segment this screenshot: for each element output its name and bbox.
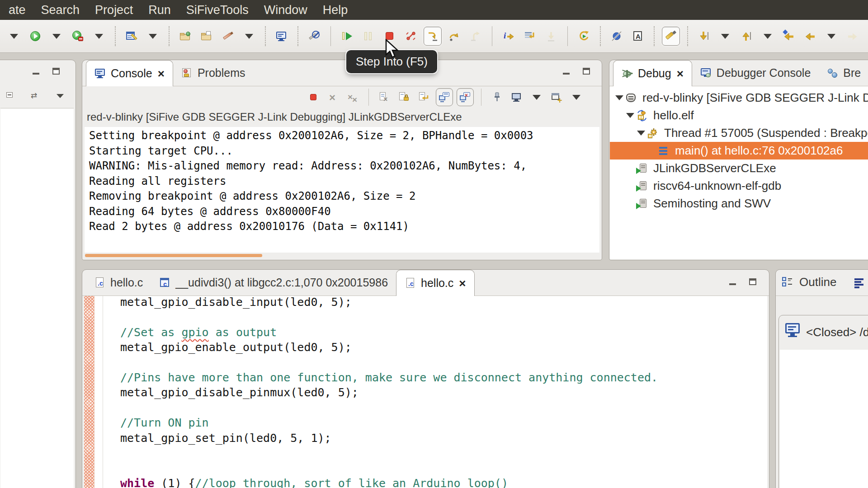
remove-launch-button[interactable]: × bbox=[325, 89, 341, 106]
code-editor[interactable]: metal_gpio_disable_input(led0, 5);//Set … bbox=[84, 296, 767, 488]
highlighter-icon bbox=[665, 30, 677, 42]
back-button[interactable] bbox=[802, 27, 819, 45]
tab-hello-c-2[interactable]: .chello.c× bbox=[396, 270, 474, 296]
close-icon[interactable]: × bbox=[677, 68, 684, 80]
suspend-button[interactable] bbox=[360, 27, 377, 45]
highlighter-button[interactable] bbox=[662, 27, 680, 46]
profile-button[interactable] bbox=[69, 27, 86, 45]
edit-button[interactable] bbox=[219, 27, 236, 45]
tab-problems[interactable]: Problems bbox=[173, 60, 254, 86]
minimize-icon[interactable] bbox=[30, 66, 42, 76]
step-into-button[interactable] bbox=[424, 27, 442, 46]
back-history-dropdown[interactable] bbox=[823, 27, 840, 45]
menu-help[interactable]: Help bbox=[315, 0, 356, 20]
word-wrap-button[interactable] bbox=[416, 89, 432, 106]
console-scrollbar[interactable] bbox=[85, 254, 262, 257]
show-on-stdout-button[interactable] bbox=[436, 88, 453, 106]
link-with-editor-button[interactable]: ⇄ bbox=[28, 87, 44, 104]
instruction-stepping-button[interactable]: i bbox=[500, 27, 517, 45]
display-console-dropdown[interactable] bbox=[528, 89, 545, 106]
show-on-stderr-button[interactable]: × bbox=[457, 88, 474, 106]
close-icon[interactable]: × bbox=[158, 68, 165, 80]
close-icon[interactable]: × bbox=[459, 277, 466, 289]
code-segment: gpio bbox=[181, 326, 208, 339]
drop-to-frame-button[interactable] bbox=[521, 27, 538, 45]
word-wrap-icon bbox=[418, 91, 430, 103]
last-edit-location-button[interactable] bbox=[780, 27, 797, 45]
menu-sifivetools[interactable]: SiFiveTools bbox=[179, 0, 256, 20]
new-wizard-button[interactable] bbox=[123, 27, 140, 45]
maximize-icon[interactable] bbox=[580, 66, 592, 76]
terminal-content[interactable] bbox=[780, 350, 868, 488]
menu-project[interactable]: Project bbox=[87, 0, 141, 20]
open-resource-button[interactable] bbox=[198, 27, 215, 45]
run-button[interactable] bbox=[27, 27, 44, 45]
menu-run[interactable]: Run bbox=[141, 0, 179, 20]
tab-hello-c-1[interactable]: .chello.c bbox=[86, 270, 151, 296]
restart-button[interactable] bbox=[576, 27, 593, 45]
load-dropdown[interactable] bbox=[717, 27, 734, 45]
clear-console-button[interactable]: × bbox=[376, 89, 392, 106]
expand-arrow-icon[interactable] bbox=[613, 95, 625, 100]
tab-debug[interactable]: Debug× bbox=[613, 60, 692, 86]
expand-arrow-icon[interactable] bbox=[635, 131, 647, 136]
tab-breakpoints[interactable]: Bre bbox=[819, 60, 868, 86]
open-element-button[interactable] bbox=[177, 27, 194, 45]
debug-tree-row[interactable]: Thread #1 57005 (Suspended : Breakpo bbox=[610, 124, 868, 142]
debug-tree-row[interactable]: hello.elf bbox=[610, 107, 868, 124]
maximize-icon[interactable] bbox=[747, 277, 759, 287]
profile-history-dropdown[interactable] bbox=[90, 27, 108, 45]
terminal-tab-label[interactable]: <Closed> /de bbox=[806, 325, 868, 339]
sort-icon[interactable] bbox=[854, 277, 865, 289]
step-over-button[interactable] bbox=[446, 27, 463, 45]
show-disassembly-button[interactable]: A bbox=[629, 27, 646, 45]
minimize-icon[interactable] bbox=[561, 66, 572, 76]
tab-console[interactable]: Console× bbox=[86, 60, 173, 86]
forward-button[interactable] bbox=[844, 27, 861, 45]
load-button[interactable] bbox=[695, 27, 712, 45]
resume-button[interactable] bbox=[339, 27, 356, 45]
maximize-icon[interactable] bbox=[50, 66, 62, 76]
menu-window[interactable]: Window bbox=[256, 0, 315, 20]
step-return-button[interactable] bbox=[467, 27, 484, 45]
run-history-dropdown[interactable] bbox=[48, 27, 65, 45]
new-wizard-dropdown[interactable] bbox=[144, 27, 161, 45]
process-icon bbox=[636, 198, 650, 210]
debug-tree-row[interactable]: Semihosting and SWV bbox=[610, 195, 868, 212]
open-console-dropdown[interactable] bbox=[568, 89, 585, 106]
expand-arrow-icon[interactable] bbox=[624, 113, 636, 118]
debug-tree-label: main() at hello.c:76 0x200102a6 bbox=[675, 144, 843, 158]
collapse-all-button[interactable] bbox=[3, 87, 19, 104]
restore-dropdown[interactable] bbox=[759, 27, 776, 45]
menu-navigate-partial[interactable]: ate bbox=[1, 0, 33, 20]
edit-dropdown[interactable] bbox=[241, 27, 258, 45]
explorer-content[interactable] bbox=[0, 108, 74, 488]
menu-search[interactable]: Search bbox=[33, 0, 88, 20]
console-output[interactable]: Setting breakpoint @ address 0x200102A6,… bbox=[85, 127, 599, 253]
terminate-console-button[interactable] bbox=[305, 89, 321, 106]
debug-tree-row[interactable]: riscv64-unknown-elf-gdb bbox=[610, 177, 868, 195]
outline-icon bbox=[781, 276, 793, 288]
thread-icon bbox=[647, 127, 660, 139]
disconnect-button[interactable] bbox=[402, 27, 420, 45]
debug-tree-row[interactable]: red-v-blinky [SiFive GDB SEGGER J-Link D… bbox=[610, 89, 868, 107]
restore-button[interactable] bbox=[738, 27, 755, 45]
console-line: Reading all registers bbox=[89, 174, 599, 189]
pin-console-button[interactable] bbox=[489, 89, 505, 106]
toggle-mark-occurrences-button[interactable] bbox=[306, 27, 323, 45]
remove-all-terminated-button[interactable]: ×× bbox=[345, 89, 361, 106]
tab-debugger-console[interactable]: Debugger Console bbox=[692, 60, 819, 86]
skip-all-breakpoints-button[interactable] bbox=[608, 27, 625, 45]
scroll-lock-button[interactable] bbox=[396, 89, 412, 106]
minimize-icon[interactable] bbox=[727, 277, 739, 287]
launch-dropdown[interactable] bbox=[5, 27, 23, 45]
view-menu-button[interactable] bbox=[52, 87, 68, 104]
debug-tree-row[interactable]: JLinkGDBServerCLExe bbox=[610, 160, 868, 177]
display-selected-console-button[interactable] bbox=[509, 89, 525, 106]
forward-history-dropdown[interactable] bbox=[865, 27, 868, 45]
terminal-view-button[interactable] bbox=[273, 27, 290, 45]
run-to-line-button[interactable] bbox=[542, 27, 560, 45]
open-console-button[interactable]: + bbox=[548, 89, 565, 106]
debug-tree-row[interactable]: main() at hello.c:76 0x200102a6 bbox=[610, 142, 868, 160]
tab-udivdi3[interactable]: c__udivdi3() at libgcc2.c:1,070 0x200159… bbox=[151, 270, 396, 296]
